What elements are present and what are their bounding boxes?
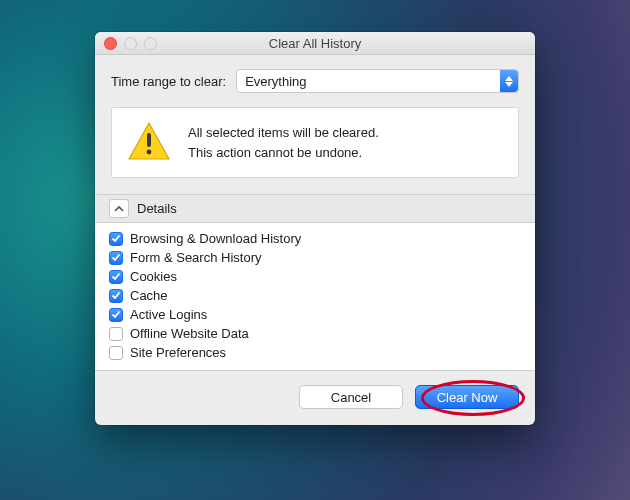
checkbox-label: Site Preferences — [130, 345, 226, 360]
checkbox[interactable] — [109, 232, 123, 246]
checkbox-label: Cookies — [130, 269, 177, 284]
dialog-buttons: Cancel Clear Now — [111, 371, 519, 409]
details-checklist: Browsing & Download History Form & Searc… — [95, 223, 535, 371]
warning-icon — [128, 122, 170, 163]
svg-point-4 — [147, 150, 152, 155]
window-title: Clear All History — [95, 36, 535, 51]
warning-text: All selected items will be cleared. This… — [188, 123, 379, 162]
cancel-button-label: Cancel — [331, 390, 371, 405]
checkbox[interactable] — [109, 270, 123, 284]
checkbox[interactable] — [109, 346, 123, 360]
checkbox[interactable] — [109, 289, 123, 303]
checkbox-row[interactable]: Cookies — [109, 267, 521, 286]
time-range-label: Time range to clear: — [111, 74, 226, 89]
clear-history-dialog: Clear All History Time range to clear: E… — [95, 32, 535, 425]
checkbox-row[interactable]: Active Logins — [109, 305, 521, 324]
checkbox-label: Offline Website Data — [130, 326, 249, 341]
time-range-select[interactable]: Everything — [236, 69, 519, 93]
clear-now-button[interactable]: Clear Now — [415, 385, 519, 409]
checkbox-label: Cache — [130, 288, 168, 303]
checkbox[interactable] — [109, 251, 123, 265]
details-header[interactable]: Details — [95, 194, 535, 223]
svg-marker-0 — [505, 76, 513, 81]
warning-box: All selected items will be cleared. This… — [111, 107, 519, 178]
checkbox-row[interactable]: Browsing & Download History — [109, 229, 521, 248]
svg-rect-3 — [147, 133, 151, 147]
cancel-button[interactable]: Cancel — [299, 385, 403, 409]
minimize-window-button — [124, 37, 137, 50]
checkbox[interactable] — [109, 327, 123, 341]
checkbox-label: Form & Search History — [130, 250, 261, 265]
time-range-row: Time range to clear: Everything — [111, 69, 519, 93]
time-range-value: Everything — [245, 74, 306, 89]
warning-line-2: This action cannot be undone. — [188, 143, 379, 163]
checkbox-row[interactable]: Offline Website Data — [109, 324, 521, 343]
checkbox[interactable] — [109, 308, 123, 322]
checkbox-row[interactable]: Site Preferences — [109, 343, 521, 362]
checkbox-row[interactable]: Cache — [109, 286, 521, 305]
maximize-window-button — [144, 37, 157, 50]
close-window-button[interactable] — [104, 37, 117, 50]
details-label: Details — [137, 201, 177, 216]
svg-marker-1 — [505, 82, 513, 87]
desktop-background: Clear All History Time range to clear: E… — [0, 0, 630, 500]
titlebar: Clear All History — [95, 32, 535, 55]
disclosure-triangle[interactable] — [109, 199, 129, 218]
chevron-up-icon — [114, 205, 124, 213]
checkbox-row[interactable]: Form & Search History — [109, 248, 521, 267]
select-stepper-icon — [500, 70, 518, 92]
window-controls — [104, 37, 157, 50]
checkbox-label: Browsing & Download History — [130, 231, 301, 246]
clear-now-button-label: Clear Now — [437, 390, 498, 405]
checkbox-label: Active Logins — [130, 307, 207, 322]
warning-line-1: All selected items will be cleared. — [188, 123, 379, 143]
dialog-content: Time range to clear: Everything — [95, 55, 535, 425]
